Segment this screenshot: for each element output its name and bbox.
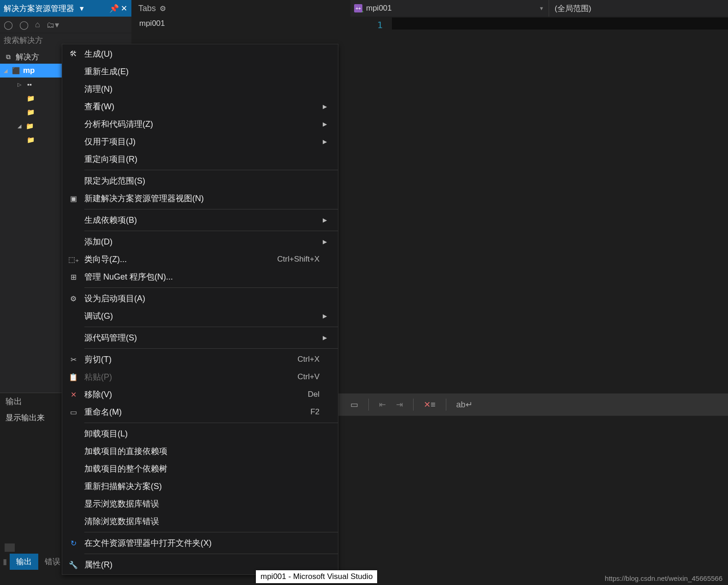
- menu-item-label: 粘贴(P): [84, 371, 288, 382]
- menu-item-label: 加载项目的直接依赖项: [84, 446, 310, 457]
- menu-item[interactable]: 生成依赖项(B)▶: [62, 211, 338, 229]
- expand-icon[interactable]: ◢: [4, 68, 11, 74]
- menu-item[interactable]: ⬚₊类向导(Z)...Ctrl+Shift+X: [62, 251, 338, 268]
- menu-item[interactable]: 调试(G)▶: [62, 307, 338, 325]
- menu-item-label: 新建解决方案资源管理器视图(N): [84, 193, 310, 204]
- menu-separator: [84, 554, 338, 554]
- submenu-arrow-icon: ▶: [320, 239, 330, 245]
- menu-item[interactable]: 清理(N): [62, 80, 338, 98]
- menu-item[interactable]: 添加(D)▶: [62, 233, 338, 251]
- code-text[interactable]: [392, 18, 728, 30]
- wizard-icon: ⬚₊: [62, 255, 84, 264]
- scrollbar-thumb[interactable]: [5, 543, 15, 552]
- menu-item-label: 加载项目的整个依赖树: [84, 463, 310, 474]
- menu-item-label: 调试(G): [84, 310, 310, 322]
- menu-item[interactable]: 查看(W)▶: [62, 98, 338, 115]
- menu-item-label: 查看(W): [84, 101, 310, 112]
- menu-item[interactable]: 🛠生成(U): [62, 45, 338, 63]
- menu-separator: [84, 327, 338, 327]
- references-icon: ▪▪: [25, 80, 34, 89]
- expand-icon[interactable]: ▷: [18, 82, 25, 88]
- cpp-project-icon: ⬛: [11, 66, 20, 75]
- chevron-down-icon: ▼: [539, 6, 544, 11]
- menu-item[interactable]: 重定向项目(R): [62, 150, 338, 168]
- editor-navbar: ++ mpi001 ▼ (全局范围): [350, 0, 728, 17]
- menu-separator: [84, 532, 338, 532]
- remove-icon: ✕: [62, 390, 84, 399]
- menu-item-label: 添加(D): [84, 236, 310, 247]
- menu-item[interactable]: 源代码管理(S)▶: [62, 329, 338, 346]
- menu-item-label: 生成依赖项(B): [84, 215, 310, 226]
- wrap-icon[interactable]: ab↵: [456, 400, 473, 410]
- menu-item[interactable]: 限定为此范围(S): [62, 172, 338, 190]
- menu-item[interactable]: ⊞管理 NuGet 程序包(N)...: [62, 268, 338, 286]
- watermark: https://blog.csdn.net/weixin_45665566: [605, 574, 722, 582]
- clear-icon[interactable]: ✕≡: [424, 400, 436, 410]
- menu-separator: [84, 170, 338, 170]
- submenu-arrow-icon: ▶: [320, 334, 330, 341]
- tab-output[interactable]: 输出: [10, 554, 38, 570]
- menu-item[interactable]: ✂剪切(T)Ctrl+X: [62, 351, 338, 368]
- menu-item-label: 生成(U): [84, 48, 310, 60]
- menu-item-label: 重命名(M): [84, 406, 301, 418]
- menu-item-label: 仅用于项目(J): [84, 136, 310, 147]
- menu-item[interactable]: 重新生成(E): [62, 63, 338, 80]
- menu-item[interactable]: 加载项目的直接依赖项: [62, 442, 338, 460]
- menu-item[interactable]: ▣新建解决方案资源管理器视图(N): [62, 190, 338, 207]
- switch-view-icon[interactable]: 🗂▾: [47, 20, 59, 30]
- submenu-arrow-icon: ▶: [320, 121, 330, 127]
- menu-item: 📋粘贴(P)Ctrl+V: [62, 368, 338, 386]
- home-icon[interactable]: ⌂: [35, 20, 40, 30]
- tree-project-label: mp: [23, 66, 35, 75]
- build-icon: 🛠: [62, 50, 84, 58]
- menu-item-shortcut: Ctrl+X: [297, 355, 320, 364]
- menu-item-label: 分析和代码清理(Z): [84, 119, 310, 130]
- pin-icon[interactable]: 📌: [109, 4, 117, 13]
- menu-item[interactable]: ⚙设为启动项目(A): [62, 290, 338, 307]
- menu-separator: [84, 209, 338, 209]
- folder-icon: 📁: [26, 108, 35, 116]
- menu-item[interactable]: ▭重命名(M)F2: [62, 403, 338, 421]
- solution-icon: ⧉: [4, 53, 13, 61]
- indent-right-icon[interactable]: ⇥: [396, 400, 403, 410]
- dropdown-icon[interactable]: ▾: [78, 4, 85, 13]
- bottom-tabs: ▮ 输出 错误: [0, 554, 67, 569]
- editor-scope-label: (全局范围): [555, 3, 591, 14]
- menu-item[interactable]: 加载项目的整个依赖树: [62, 460, 338, 478]
- menu-item[interactable]: 卸载项目(L): [62, 425, 338, 442]
- menu-item-label: 类向导(Z)...: [84, 254, 268, 265]
- menu-item-shortcut: Del: [308, 390, 320, 399]
- solution-explorer-title: 解决方案资源管理器: [4, 3, 74, 14]
- menu-item[interactable]: 重新扫描解决方案(S): [62, 478, 338, 495]
- menu-item-label: 设为启动项目(A): [84, 293, 310, 304]
- toolbar-icon[interactable]: ▭: [350, 400, 358, 410]
- menu-item-label: 清理(N): [84, 84, 310, 95]
- expand-icon[interactable]: ◢: [18, 123, 25, 129]
- menu-item[interactable]: ↻在文件资源管理器中打开文件夹(X): [62, 534, 338, 552]
- menu-item[interactable]: 显示浏览数据库错误: [62, 495, 338, 513]
- editor-scope-dropdown[interactable]: (全局范围): [549, 0, 605, 17]
- submenu-arrow-icon: ▶: [320, 217, 330, 223]
- menu-item[interactable]: ✕移除(V)Del: [62, 386, 338, 403]
- newview-icon: ▣: [62, 194, 84, 203]
- menu-separator: [84, 231, 338, 231]
- menu-item-label: 重新生成(E): [84, 66, 310, 77]
- menu-item[interactable]: 分析和代码清理(Z)▶: [62, 115, 338, 133]
- editor-file-dropdown[interactable]: ++ mpi001 ▼: [350, 4, 549, 13]
- back-icon[interactable]: ◯: [4, 20, 13, 30]
- menu-item-label: 剪切(T): [84, 354, 288, 365]
- indent-left-icon[interactable]: ⇤: [379, 400, 386, 410]
- tabs-title: Tabs: [138, 4, 156, 13]
- menu-item[interactable]: 清除浏览数据库错误: [62, 513, 338, 530]
- solution-explorer-toolbar: ◯ ◯ ⌂ 🗂▾: [0, 17, 131, 33]
- gear-icon[interactable]: ⚙: [160, 4, 166, 13]
- menu-separator: [84, 348, 338, 349]
- menu-item-label: 限定为此范围(S): [84, 175, 310, 186]
- close-icon[interactable]: ✕: [120, 4, 128, 13]
- forward-icon[interactable]: ◯: [19, 20, 29, 30]
- menu-item-label: 显示浏览数据库错误: [84, 498, 310, 509]
- folder-icon: 📁: [26, 94, 35, 102]
- submenu-arrow-icon: ▶: [320, 313, 330, 319]
- code-line[interactable]: 1: [350, 18, 728, 30]
- menu-item[interactable]: 仅用于项目(J)▶: [62, 133, 338, 150]
